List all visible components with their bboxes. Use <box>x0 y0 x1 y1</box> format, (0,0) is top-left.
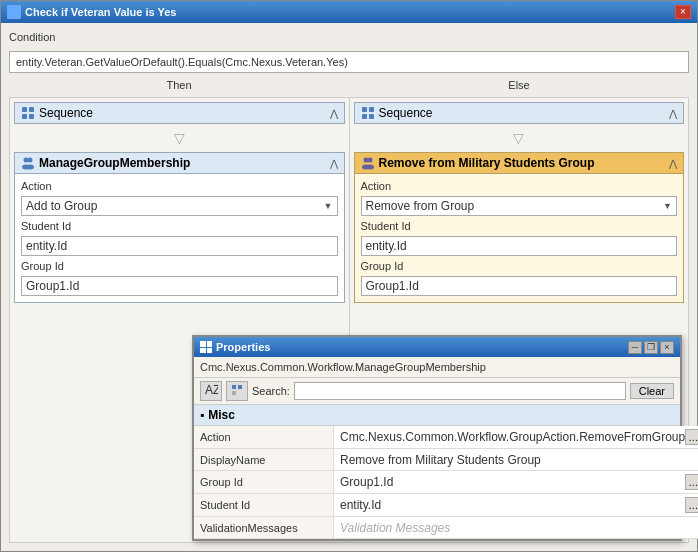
svg-rect-2 <box>22 114 27 119</box>
then-sequence-title: Sequence <box>39 106 93 120</box>
else-action-dropdown-icon: ▼ <box>663 201 672 211</box>
props-ellipsis-btn-3[interactable]: … <box>685 497 698 513</box>
properties-grid: ActionCmc.Nexus.Common.Workflow.GroupAct… <box>194 426 680 539</box>
props-key-4: ValidationMessages <box>194 517 334 539</box>
else-activity-header: Remove from Military Students Group ⋀ <box>355 153 684 174</box>
svg-point-7 <box>26 165 34 170</box>
props-key-1: DisplayName <box>194 449 334 471</box>
svg-rect-0 <box>22 107 27 112</box>
svg-rect-1 <box>29 107 34 112</box>
then-action-label: Action <box>21 180 338 192</box>
props-ellipsis-btn-0[interactable]: … <box>685 429 698 445</box>
then-studentid-value: entity.Id <box>21 236 338 256</box>
properties-toolbar: AZ Search: Clear <box>194 378 680 405</box>
props-ellipsis-btn-2[interactable]: … <box>685 474 698 490</box>
condition-value: entity.Veteran.GetValueOrDefault().Equal… <box>9 51 689 73</box>
else-arrow-down: ▽ <box>350 130 689 146</box>
else-activity-body: Action Remove from Group ▼ Student Id en… <box>355 174 684 302</box>
properties-clear-button[interactable]: Clear <box>630 383 674 399</box>
then-activity-title: ManageGroupMembership <box>39 156 190 170</box>
properties-restore-button[interactable]: ❐ <box>644 341 658 354</box>
svg-text:AZ: AZ <box>205 383 218 397</box>
props-value-3[interactable]: entity.Id… <box>334 494 698 517</box>
properties-sort-cat-button[interactable] <box>226 381 248 401</box>
properties-search-label: Search: <box>252 385 290 397</box>
svg-rect-9 <box>369 107 374 112</box>
then-label: Then <box>9 79 349 91</box>
svg-rect-18 <box>238 385 242 389</box>
else-groupid-label: Group Id <box>361 260 678 272</box>
then-studentid-label: Student Id <box>21 220 338 232</box>
else-studentid-label: Student Id <box>361 220 678 232</box>
window-icon <box>7 5 21 19</box>
then-sequence-header: Sequence ⋀ <box>14 102 345 124</box>
then-arrow-down: ▽ <box>10 130 349 146</box>
else-activity-title: Remove from Military Students Group <box>379 156 595 170</box>
group-icon-then <box>21 156 35 170</box>
properties-minimize-button[interactable]: ─ <box>628 341 642 354</box>
then-activity-block: ManageGroupMembership ⋀ Action Add to Gr… <box>14 152 345 303</box>
then-activity-body: Action Add to Group ▼ Student Id entity.… <box>15 174 344 302</box>
else-collapse-button[interactable]: ⋀ <box>669 108 677 119</box>
properties-title-bar: Properties ─ ❐ × <box>194 337 680 357</box>
then-collapse-button[interactable]: ⋀ <box>330 108 338 119</box>
then-action-value[interactable]: Add to Group ▼ <box>21 196 338 216</box>
properties-close-button[interactable]: × <box>660 341 674 354</box>
then-action-dropdown-icon: ▼ <box>324 201 333 211</box>
properties-title: Properties <box>216 341 270 353</box>
else-action-value[interactable]: Remove from Group ▼ <box>361 196 678 216</box>
else-studentid-value: entity.Id <box>361 236 678 256</box>
svg-rect-11 <box>369 114 374 119</box>
svg-rect-10 <box>362 114 367 119</box>
properties-search-input[interactable] <box>294 382 626 400</box>
properties-section-misc: ▪ Misc <box>194 405 680 426</box>
props-value-2[interactable]: Group1.Id… <box>334 471 698 494</box>
branch-labels: Then Else <box>9 79 689 91</box>
svg-rect-19 <box>232 391 236 395</box>
else-groupid-value: Group1.Id <box>361 276 678 296</box>
svg-point-15 <box>366 165 374 170</box>
else-sequence-title: Sequence <box>379 106 433 120</box>
else-activity-collapse[interactable]: ⋀ <box>669 158 677 169</box>
title-bar: Check if Veteran Value is Yes × <box>1 1 697 23</box>
misc-collapse-icon: ▪ <box>200 408 204 422</box>
properties-subtitle: Cmc.Nexus.Common.Workflow.ManageGroupMem… <box>194 357 680 378</box>
svg-point-13 <box>367 158 372 163</box>
then-groupid-value: Group1.Id <box>21 276 338 296</box>
props-value-1: Remove from Military Students Group <box>334 449 698 471</box>
condition-label: Condition <box>9 31 689 43</box>
else-label: Else <box>349 79 689 91</box>
props-value-0[interactable]: Cmc.Nexus.Common.Workflow.GroupAction.Re… <box>334 426 698 449</box>
sequence-icon-else <box>361 106 375 120</box>
misc-section-label: Misc <box>208 408 235 422</box>
then-groupid-label: Group Id <box>21 260 338 272</box>
props-key-2: Group Id <box>194 471 334 494</box>
svg-point-5 <box>28 158 33 163</box>
properties-icon <box>200 341 212 353</box>
properties-panel: Properties ─ ❐ × Cmc.Nexus.Common.Workfl… <box>192 335 682 541</box>
props-key-3: Student Id <box>194 494 334 517</box>
svg-rect-17 <box>232 385 236 389</box>
svg-rect-8 <box>362 107 367 112</box>
props-key-0: Action <box>194 426 334 449</box>
else-action-label: Action <box>361 180 678 192</box>
properties-sort-alpha-button[interactable]: AZ <box>200 381 222 401</box>
then-activity-collapse[interactable]: ⋀ <box>330 158 338 169</box>
else-activity-block: Remove from Military Students Group ⋀ Ac… <box>354 152 685 303</box>
svg-rect-3 <box>29 114 34 119</box>
then-activity-header: ManageGroupMembership ⋀ <box>15 153 344 174</box>
sequence-icon-then <box>21 106 35 120</box>
group-icon-else <box>361 156 375 170</box>
props-value-4: Validation Messages <box>334 517 698 539</box>
window-close-button[interactable]: × <box>675 5 691 19</box>
window-title: Check if Veteran Value is Yes <box>25 6 176 18</box>
else-sequence-header: Sequence ⋀ <box>354 102 685 124</box>
